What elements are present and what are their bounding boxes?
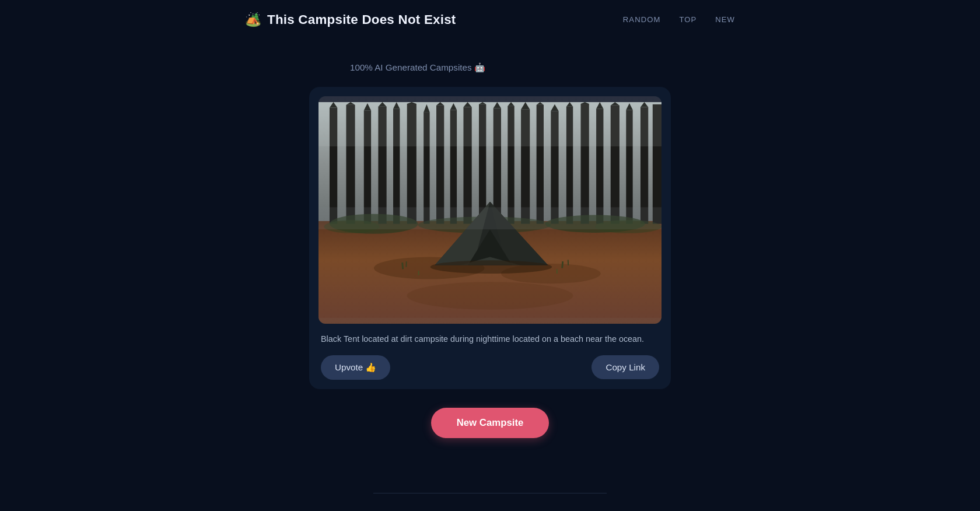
main-nav: RANDOM TOP NEW <box>623 15 735 24</box>
svg-point-54 <box>407 282 573 309</box>
campsite-description: Black Tent located at dirt campsite duri… <box>318 333 662 346</box>
campsite-actions: Upvote 👍 Copy Link <box>318 355 662 380</box>
upvote-button[interactable]: Upvote 👍 <box>321 355 390 380</box>
campsite-scene-svg <box>318 96 662 324</box>
footer-divider <box>373 493 607 494</box>
campsite-image-container <box>318 96 662 324</box>
svg-rect-66 <box>418 271 419 275</box>
site-header: 🏕️ This Campsite Does Not Exist RANDOM T… <box>0 0 980 39</box>
svg-point-61 <box>430 260 552 274</box>
nav-random[interactable]: RANDOM <box>623 15 661 24</box>
logo-area: 🏕️ This Campsite Does Not Exist <box>245 12 456 27</box>
nav-top[interactable]: TOP <box>679 15 696 24</box>
svg-rect-68 <box>318 207 662 229</box>
copy-link-button[interactable]: Copy Link <box>592 355 659 379</box>
new-campsite-button[interactable]: New Campsite <box>431 408 550 438</box>
main-content: 100% AI Generated Campsites 🤖 <box>0 39 980 473</box>
svg-rect-69 <box>318 102 662 146</box>
nav-new[interactable]: NEW <box>715 15 735 24</box>
subtitle-text: 100% AI Generated Campsites 🤖 <box>350 62 485 73</box>
svg-rect-67 <box>556 269 558 274</box>
site-title: This Campsite Does Not Exist <box>267 12 456 27</box>
campsite-card: Black Tent located at dirt campsite duri… <box>309 87 671 389</box>
tent-icon: 🏕️ <box>245 12 261 27</box>
campsite-image <box>318 96 662 324</box>
